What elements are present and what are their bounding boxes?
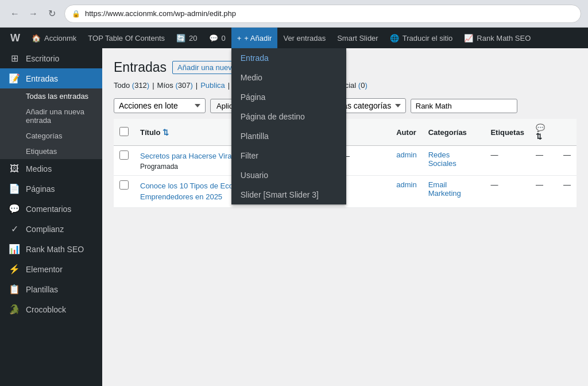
admin-bar-wp-logo[interactable]: W bbox=[5, 28, 26, 48]
admin-bar-updates[interactable]: 🔄 20 bbox=[171, 28, 203, 48]
sidebar-item-comentarios[interactable]: 💬 Comentarios bbox=[0, 199, 102, 219]
th-categories: Categorías bbox=[423, 119, 485, 146]
dropdown-item-filter[interactable]: Filter bbox=[231, 146, 346, 165]
wp-admin-bar: W 🏠 Accionmk TOP Table Of Contents 🔄 20 … bbox=[0, 28, 588, 48]
admin-bar-rank-math[interactable]: 📈 Rank Math SEO bbox=[458, 28, 536, 48]
browser-chrome: ← → ↻ 🔒 https://www.accionmk.com/wp-admi… bbox=[0, 0, 588, 28]
admin-bar-smart-slider[interactable]: Smart Slider bbox=[331, 28, 384, 48]
plantillas-icon: 📋 bbox=[9, 284, 20, 295]
admin-bar-site-name[interactable]: 🏠 Accionmk bbox=[26, 28, 82, 48]
admin-bar-translate[interactable]: 🌐 Traducir el sitio bbox=[384, 28, 459, 48]
dropdown-item-medio[interactable]: Medio bbox=[231, 68, 346, 87]
comments-count: 0 bbox=[222, 34, 226, 43]
dropdown-item-pagina[interactable]: Página bbox=[231, 87, 346, 107]
th-tags: Etiquetas bbox=[485, 119, 530, 146]
updates-icon: 🔄 bbox=[176, 34, 185, 43]
sidebar-item-rank-math[interactable]: 📊 Rank Math SEO bbox=[0, 239, 102, 259]
sidebar-item-crocoblock[interactable]: 🐊 Crocoblock bbox=[0, 299, 102, 319]
sidebar-item-plantillas[interactable]: 📋 Plantillas bbox=[0, 279, 102, 299]
select-all-checkbox[interactable] bbox=[119, 127, 129, 136]
title-sort-icon[interactable]: ⇅ bbox=[163, 128, 169, 137]
sidebar-submenu-categorias[interactable]: Categorías bbox=[0, 128, 102, 144]
sidebar-item-escritorio[interactable]: ⊞ Escritorio bbox=[0, 48, 102, 68]
sidebar-item-elementor[interactable]: ⚡ Elementor bbox=[0, 259, 102, 279]
sep3: | bbox=[228, 81, 230, 90]
site-name-label: Accionmk bbox=[44, 34, 76, 43]
sidebar-label-crocoblock: Crocoblock bbox=[26, 305, 66, 314]
admin-bar-view-entries[interactable]: Ver entradas bbox=[277, 28, 331, 48]
translate-icon: 🌐 bbox=[390, 34, 399, 43]
row2-extra-cell: — bbox=[558, 175, 577, 207]
wp-sidebar: ⊞ Escritorio 📝 Entradas Todas las entrad… bbox=[0, 48, 102, 386]
forward-button[interactable]: → bbox=[25, 6, 41, 22]
rank-math-label: Rank Math SEO bbox=[477, 34, 531, 43]
row1-tags: — bbox=[490, 150, 498, 159]
rank-math-icon: 📈 bbox=[464, 34, 473, 43]
dropdown-item-plantilla[interactable]: Plantilla bbox=[231, 126, 346, 146]
row1-checkbox-cell bbox=[114, 146, 134, 176]
filter-mine[interactable]: Míos (307) bbox=[157, 81, 193, 90]
dropdown-item-usuario[interactable]: Usuario bbox=[231, 165, 346, 185]
sidebar-label-escritorio: Escritorio bbox=[26, 54, 59, 63]
plus-icon: + bbox=[237, 34, 242, 43]
row1-author-cell: admin bbox=[390, 146, 422, 176]
th-checkbox bbox=[114, 119, 134, 146]
dropdown-item-pagina-destino[interactable]: Página de destino bbox=[231, 107, 346, 126]
reload-button[interactable]: ↻ bbox=[44, 6, 60, 22]
sidebar-submenu-anadir[interactable]: Añadir una nueva entrada bbox=[0, 104, 102, 128]
admin-bar-comments[interactable]: 💬 0 bbox=[203, 28, 231, 48]
row2-category-link[interactable]: Email Marketing bbox=[428, 180, 461, 198]
row1-tags-cell: — bbox=[485, 146, 530, 176]
th-extra bbox=[558, 119, 577, 146]
filter-published[interactable]: Publica bbox=[200, 81, 225, 90]
row2-tags: — bbox=[490, 180, 498, 189]
add-new-dropdown-menu: Entrada Medio Página Página de destino P… bbox=[231, 48, 346, 204]
row1-author-link[interactable]: admin bbox=[396, 150, 416, 159]
sidebar-label-rank-math: Rank Math SEO bbox=[26, 245, 84, 254]
row1-category-link[interactable]: Redes Sociales bbox=[428, 150, 457, 168]
rank-math-filter[interactable] bbox=[411, 99, 517, 113]
add-new-wrapper: + + Añadir Entrada Medio Página Página d… bbox=[231, 28, 278, 48]
sidebar-label-elementor: Elementor bbox=[26, 265, 63, 274]
sidebar-item-paginas[interactable]: 📄 Páginas bbox=[0, 179, 102, 199]
sep1: | bbox=[152, 81, 154, 90]
row2-author-link[interactable]: admin bbox=[396, 180, 416, 189]
add-new-button[interactable]: + + Añadir bbox=[231, 28, 278, 48]
translate-label: Traducir el sitio bbox=[403, 34, 453, 43]
row2-category-cell: Email Marketing bbox=[423, 175, 485, 207]
dropdown-item-slider[interactable]: Slider [Smart Slider 3] bbox=[231, 185, 346, 204]
row1-comments: — bbox=[536, 150, 543, 159]
crocoblock-icon: 🐊 bbox=[9, 304, 20, 315]
url-text: https://www.accionmk.com/wp-admin/edit.p… bbox=[85, 9, 236, 18]
admin-bar-toc[interactable]: TOP Table Of Contents bbox=[82, 28, 171, 48]
elementor-icon: ⚡ bbox=[9, 264, 20, 275]
sidebar-submenu-etiquetas[interactable]: Etiquetas bbox=[0, 144, 102, 159]
row1-checkbox[interactable] bbox=[119, 150, 129, 160]
sidebar-item-medios[interactable]: 🖼 Medios bbox=[0, 159, 102, 179]
view-entries-label: Ver entradas bbox=[283, 34, 326, 43]
row2-comments-cell: — bbox=[530, 175, 558, 207]
home-icon: 🏠 bbox=[32, 34, 41, 43]
sidebar-submenu-todas[interactable]: Todas las entradas bbox=[0, 88, 102, 104]
th-comments: 💬 ⇅ bbox=[530, 119, 558, 146]
bulk-actions-select[interactable]: Acciones en lote bbox=[114, 98, 206, 113]
back-button[interactable]: ← bbox=[7, 6, 23, 22]
page-title: Entradas bbox=[114, 60, 167, 75]
complianz-icon: ✓ bbox=[9, 223, 20, 234]
url-bar[interactable]: 🔒 https://www.accionmk.com/wp-admin/edit… bbox=[64, 5, 581, 23]
row2-checkbox[interactable] bbox=[119, 180, 129, 190]
sidebar-label-plantillas: Plantillas bbox=[26, 285, 58, 294]
sidebar-item-entradas[interactable]: 📝 Entradas bbox=[0, 68, 102, 88]
sep2: | bbox=[196, 81, 198, 90]
row1-extra: — bbox=[563, 150, 571, 159]
browser-nav-buttons: ← → ↻ bbox=[7, 6, 60, 22]
filter-all[interactable]: Todo (312) bbox=[114, 81, 149, 90]
add-new-label: + Añadir bbox=[244, 34, 272, 43]
sidebar-label-complianz: Complianz bbox=[26, 225, 64, 234]
sidebar-item-complianz[interactable]: ✓ Complianz bbox=[0, 219, 102, 239]
row1-comments-cell: — bbox=[530, 146, 558, 176]
dropdown-item-entrada[interactable]: Entrada bbox=[231, 48, 346, 68]
security-icon: 🔒 bbox=[72, 10, 80, 18]
smart-slider-label: Smart Slider bbox=[337, 34, 378, 43]
rank-math-sidebar-icon: 📊 bbox=[9, 244, 20, 254]
